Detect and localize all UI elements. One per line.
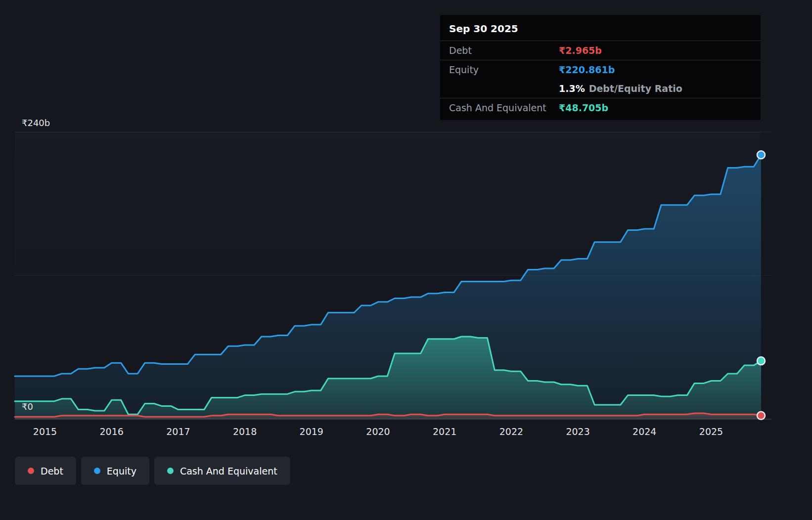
chart-screen: 2015201620172018201920202021202220232024… — [0, 0, 812, 520]
equity-end-marker[interactable] — [757, 151, 765, 159]
x-tick-2022: 2022 — [499, 426, 523, 437]
tooltip-ratio-value: 1.3%Debt/Equity Ratio — [559, 83, 682, 94]
debt-end-marker[interactable] — [757, 412, 765, 420]
x-tick-2024: 2024 — [632, 426, 656, 437]
tooltip-cash-value: ₹48.705b — [559, 102, 608, 113]
tooltip-row-debt: Debt ₹2.965b — [440, 41, 761, 60]
tooltip-cash-label: Cash And Equivalent — [449, 102, 559, 113]
tooltip-card: Sep 30 2025 Debt ₹2.965b Equity ₹220.861… — [440, 15, 761, 120]
debt-legend-dot — [28, 468, 34, 474]
legend-item-cash[interactable]: Cash And Equivalent — [154, 457, 290, 485]
legend-item-cash-label: Cash And Equivalent — [180, 466, 277, 477]
x-tick-2015: 2015 — [33, 426, 57, 437]
x-tick-2025: 2025 — [699, 426, 723, 437]
x-tick-2021: 2021 — [433, 426, 456, 437]
cash-legend-dot — [167, 468, 174, 474]
legend-item-debt-label: Debt — [41, 466, 63, 477]
tooltip-ratio-number: 1.3% — [559, 83, 585, 94]
tooltip-equity-label: Equity — [449, 64, 559, 75]
equity-legend-dot — [94, 468, 100, 474]
x-tick-2016: 2016 — [100, 426, 124, 437]
y-axis-label-zero: ₹0 — [22, 401, 33, 412]
x-tick-2018: 2018 — [233, 426, 257, 437]
legend-item-equity[interactable]: Equity — [81, 457, 149, 485]
tooltip-row-ratio: 1.3%Debt/Equity Ratio — [440, 79, 761, 98]
cash-end-marker[interactable] — [757, 357, 765, 365]
tooltip-row-equity: Equity ₹220.861b — [440, 60, 761, 79]
y-axis-label-max: ₹240b — [22, 118, 50, 128]
tooltip-debt-value: ₹2.965b — [559, 45, 602, 56]
tooltip-equity-value: ₹220.861b — [559, 64, 615, 75]
tooltip-date: Sep 30 2025 — [440, 17, 761, 41]
x-tick-2023: 2023 — [566, 426, 589, 437]
x-tick-2020: 2020 — [366, 426, 390, 437]
legend-item-debt[interactable]: Debt — [15, 457, 76, 485]
tooltip-row-cash: Cash And Equivalent ₹48.705b — [440, 98, 761, 117]
tooltip-debt-label: Debt — [449, 45, 559, 56]
x-tick-2017: 2017 — [166, 426, 190, 437]
legend-item-equity-label: Equity — [107, 466, 136, 477]
x-tick-2019: 2019 — [300, 426, 323, 437]
legend: Debt Equity Cash And Equivalent — [15, 457, 290, 485]
tooltip-ratio-text: Debt/Equity Ratio — [589, 83, 682, 94]
